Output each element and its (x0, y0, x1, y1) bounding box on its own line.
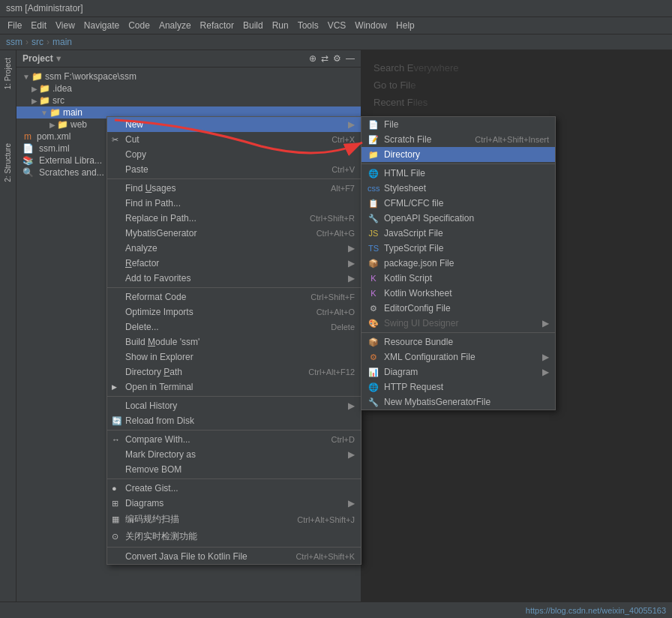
ctx-reformat[interactable]: Reformat Code Ctrl+Shift+F (107, 290, 361, 304)
menu-window[interactable]: Window (350, 19, 392, 32)
submenu-scratch[interactable]: 📝 Scratch File Ctrl+Alt+Shift+Insert (362, 132, 555, 147)
submenu-html[interactable]: 🌐 HTML File (362, 166, 555, 181)
tree-item-idea[interactable]: ▶ 📁 .idea (16, 82, 361, 94)
ctx-arrow: ▶ (348, 258, 355, 268)
submenu-kotlin-ws[interactable]: K Kotlin Worksheet (362, 286, 555, 301)
submenu-diagram[interactable]: 📊 Diagram ▶ (362, 364, 555, 380)
submenu-js[interactable]: JS JavaScript File (362, 226, 555, 241)
ctx-diagrams[interactable]: ⊞ Diagrams ▶ (107, 496, 361, 511)
submenu-ts[interactable]: TS TypeScript File (362, 241, 555, 256)
sidebar-tab-project[interactable]: 1: Project (2, 53, 14, 94)
submenu-openapi[interactable]: 🔧 OpenAPI Specification (362, 211, 555, 226)
ctx-remove-bom[interactable]: Remove BOM (107, 462, 361, 477)
ctx-label: Show in Explorer (125, 352, 355, 362)
panel-icon-locate[interactable]: ⊕ (309, 53, 316, 64)
ctx-refactor[interactable]: Refactor ▶ (107, 256, 361, 271)
submenu-packagejson[interactable]: 📦 package.json File (362, 256, 555, 271)
gist-icon: ● (112, 484, 117, 493)
submenu-xml-config[interactable]: ⚙ XML Configuration File ▶ (362, 350, 555, 364)
menu-vcs[interactable]: VCS (323, 19, 351, 32)
ctx-build-module[interactable]: Build Module 'ssm' (107, 334, 361, 350)
ctx-analyze[interactable]: Analyze ▶ (107, 241, 361, 256)
menu-navigate[interactable]: Navigate (80, 19, 124, 32)
ctx-shortcut: Ctrl+D (332, 435, 355, 444)
tree-label: ssm.iml (39, 143, 70, 154)
ctx-dir-path[interactable]: Directory Path Ctrl+Alt+F12 (107, 364, 361, 380)
ctx-create-gist[interactable]: ● Create Gist... (107, 481, 361, 496)
ctx-local-history[interactable]: Local History ▶ (107, 398, 361, 413)
breadcrumb: ssm › src › main (0, 34, 672, 50)
submenu-http-request[interactable]: 🌐 HTTP Request (362, 380, 555, 394)
ctx-replace-path[interactable]: Replace in Path... Ctrl+Shift+R (107, 211, 361, 226)
submenu-css[interactable]: css Stylesheet (362, 181, 555, 196)
ctx-convert-kotlin[interactable]: Convert Java File to Kotlin File Ctrl+Al… (107, 549, 361, 564)
menu-help[interactable]: Help (392, 19, 419, 32)
submenu-directory[interactable]: 📁 Directory (362, 147, 555, 162)
ctx-add-favorites[interactable]: Add to Favorites ▶ (107, 271, 361, 286)
menu-analyze[interactable]: Analyze (154, 19, 196, 32)
breadcrumb-src[interactable]: src (32, 37, 44, 47)
ctx-find-path[interactable]: Find in Path... (107, 196, 361, 211)
left-sidebar: 1: Project 2: Structure (0, 50, 16, 611)
tree-item-ssm[interactable]: ▼ 📁 ssm F:\workspace\ssm (16, 70, 361, 82)
xmlconfig-icon: ⚙ (368, 352, 380, 362)
html-icon: 🌐 (368, 169, 380, 178)
menu-view[interactable]: View (51, 19, 80, 32)
ctx-open-terminal[interactable]: ▶ Open in Terminal (107, 380, 361, 394)
breadcrumb-main[interactable]: main (52, 37, 72, 47)
submenu-label: Directory (384, 149, 549, 160)
status-bar: https://blog.csdn.net/weixin_40055163 (0, 602, 672, 618)
ctx-optimize[interactable]: Optimize Imports Ctrl+Alt+O (107, 304, 361, 320)
close-detect-icon: ⊙ (112, 532, 118, 542)
tree-arrow: ▶ (32, 85, 38, 93)
menu-bar: File Edit View Navigate Code Analyze Ref… (0, 17, 672, 34)
submenu-file[interactable]: 📄 File (362, 117, 555, 132)
ctx-shortcut: Ctrl+X (332, 135, 355, 144)
submenu-separator (362, 164, 555, 164)
ctx-shortcut: Ctrl+Shift+F (310, 292, 355, 302)
submenu-label: Scratch File (384, 134, 475, 145)
menu-tools[interactable]: Tools (293, 19, 323, 32)
ctx-copy[interactable]: Copy (107, 147, 361, 162)
panel-icon-minimize[interactable]: — (346, 53, 355, 64)
submenu-kotlin-script[interactable]: K Kotlin Script (362, 271, 555, 286)
ctx-mark-dir[interactable]: Mark Directory as ▶ (107, 447, 361, 462)
menu-refactor[interactable]: Refactor (196, 19, 238, 32)
breadcrumb-ssm[interactable]: ssm (6, 37, 22, 47)
submenu-label: TypeScript File (384, 243, 549, 254)
submenu-arrow: ▶ (542, 318, 549, 328)
status-url: https://blog.csdn.net/weixin_40055163 (526, 606, 666, 615)
menu-run[interactable]: Run (268, 19, 293, 32)
ctx-find-usages[interactable]: Find Usages Alt+F7 (107, 181, 361, 196)
panel-icon-settings[interactable]: ⚙ (333, 53, 341, 64)
ctx-delete[interactable]: Delete... Delete (107, 320, 361, 334)
ctx-label: Optimize Imports (125, 307, 304, 317)
ctx-paste[interactable]: Paste Ctrl+V (107, 162, 361, 177)
ctx-close-detect[interactable]: ⊙ 关闭实时检测功能 (107, 528, 361, 545)
ctx-show-explorer[interactable]: Show in Explorer (107, 350, 361, 364)
submenu-mybatis-gen[interactable]: 🔧 New MybatisGeneratorFile (362, 394, 555, 410)
ctx-mybatis[interactable]: MybatisGenerator Ctrl+Alt+G (107, 226, 361, 241)
ctx-coding-scan[interactable]: ▦ 编码规约扫描 Ctrl+Alt+Shift+J (107, 511, 361, 528)
ctx-reload[interactable]: 🔄 Reload from Disk (107, 413, 361, 428)
menu-build[interactable]: Build (238, 19, 268, 32)
panel-icon-scroll[interactable]: ⇄ (321, 53, 328, 64)
menu-file[interactable]: File (3, 19, 26, 32)
menu-edit[interactable]: Edit (26, 19, 51, 32)
ctx-shortcut: Ctrl+Alt+G (316, 229, 355, 238)
ctx-label: MybatisGenerator (125, 228, 304, 238)
file-icon: m (24, 131, 32, 142)
submenu-resource-bundle[interactable]: 📦 Resource Bundle (362, 334, 555, 350)
ctx-arrow: ▶ (348, 498, 355, 508)
ctx-new[interactable]: New ▶ (107, 117, 361, 132)
ctx-cut[interactable]: ✂ Cut Ctrl+X (107, 132, 361, 147)
menu-code[interactable]: Code (124, 19, 154, 32)
submenu-cfml[interactable]: 📋 CFML/CFC file (362, 196, 555, 211)
tree-item-src[interactable]: ▶ 📁 src (16, 94, 361, 106)
sidebar-tab-structure[interactable]: 2: Structure (2, 139, 14, 187)
submenu-label: Swing UI Designer (384, 318, 539, 328)
ctx-compare[interactable]: ↔ Compare With... Ctrl+D (107, 432, 361, 447)
tree-arrow: ▼ (40, 109, 48, 117)
submenu-editorconfig[interactable]: ⚙ EditorConfig File (362, 301, 555, 316)
submenu-label: New MybatisGeneratorFile (384, 397, 549, 407)
